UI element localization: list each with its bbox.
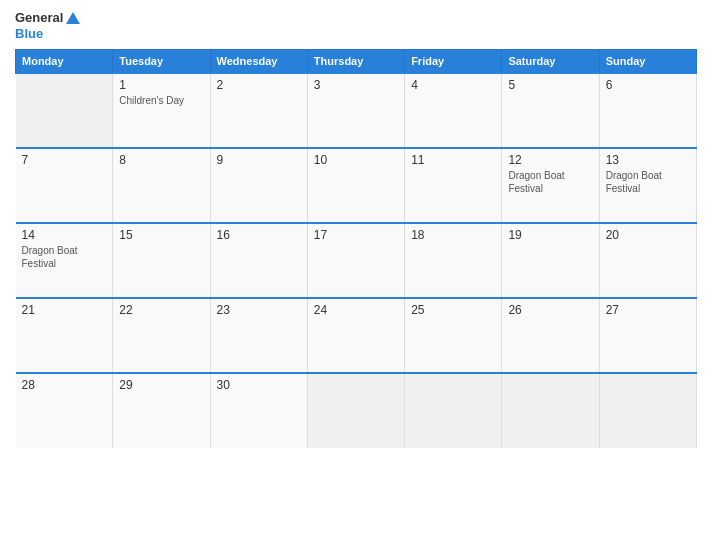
event-label: Children's Day bbox=[119, 95, 184, 106]
calendar-day-cell: 14Dragon Boat Festival bbox=[16, 223, 113, 298]
calendar-day-cell: 17 bbox=[307, 223, 404, 298]
calendar-week-row: 1Children's Day23456 bbox=[16, 73, 697, 148]
day-number: 18 bbox=[411, 228, 495, 242]
weekday-header-cell: Sunday bbox=[599, 50, 696, 74]
logo-blue-text: Blue bbox=[15, 26, 81, 42]
calendar-day-cell: 30 bbox=[210, 373, 307, 448]
calendar-day-cell: 12Dragon Boat Festival bbox=[502, 148, 599, 223]
calendar-day-cell: 18 bbox=[405, 223, 502, 298]
logo: General Blue bbox=[15, 10, 81, 41]
day-number: 25 bbox=[411, 303, 495, 317]
day-number: 29 bbox=[119, 378, 203, 392]
calendar-week-row: 282930 bbox=[16, 373, 697, 448]
calendar-day-cell bbox=[16, 73, 113, 148]
weekday-header-cell: Thursday bbox=[307, 50, 404, 74]
calendar-day-cell: 19 bbox=[502, 223, 599, 298]
day-number: 5 bbox=[508, 78, 592, 92]
calendar-table: MondayTuesdayWednesdayThursdayFridaySatu… bbox=[15, 49, 697, 448]
day-number: 14 bbox=[22, 228, 107, 242]
day-number: 28 bbox=[22, 378, 107, 392]
day-number: 16 bbox=[217, 228, 301, 242]
logo-triangle-icon bbox=[65, 11, 81, 25]
weekday-header-cell: Monday bbox=[16, 50, 113, 74]
event-label: Dragon Boat Festival bbox=[606, 170, 662, 194]
calendar-day-cell: 25 bbox=[405, 298, 502, 373]
calendar-day-cell: 2 bbox=[210, 73, 307, 148]
day-number: 22 bbox=[119, 303, 203, 317]
calendar-week-row: 14Dragon Boat Festival151617181920 bbox=[16, 223, 697, 298]
calendar-day-cell: 22 bbox=[113, 298, 210, 373]
day-number: 23 bbox=[217, 303, 301, 317]
event-label: Dragon Boat Festival bbox=[508, 170, 564, 194]
day-number: 12 bbox=[508, 153, 592, 167]
weekday-header-cell: Tuesday bbox=[113, 50, 210, 74]
calendar-day-cell: 1Children's Day bbox=[113, 73, 210, 148]
calendar-day-cell: 28 bbox=[16, 373, 113, 448]
calendar-page: General Blue MondayTuesdayWednesdayThurs… bbox=[0, 0, 712, 550]
day-number: 19 bbox=[508, 228, 592, 242]
weekday-header: MondayTuesdayWednesdayThursdayFridaySatu… bbox=[16, 50, 697, 74]
svg-marker-0 bbox=[66, 12, 80, 24]
calendar-day-cell: 15 bbox=[113, 223, 210, 298]
calendar-day-cell: 7 bbox=[16, 148, 113, 223]
calendar-day-cell: 10 bbox=[307, 148, 404, 223]
calendar-week-row: 21222324252627 bbox=[16, 298, 697, 373]
calendar-day-cell: 27 bbox=[599, 298, 696, 373]
calendar-day-cell bbox=[405, 373, 502, 448]
day-number: 30 bbox=[217, 378, 301, 392]
weekday-header-cell: Friday bbox=[405, 50, 502, 74]
calendar-day-cell: 16 bbox=[210, 223, 307, 298]
calendar-day-cell: 23 bbox=[210, 298, 307, 373]
calendar-day-cell bbox=[502, 373, 599, 448]
day-number: 26 bbox=[508, 303, 592, 317]
calendar-day-cell: 4 bbox=[405, 73, 502, 148]
calendar-day-cell: 11 bbox=[405, 148, 502, 223]
event-label: Dragon Boat Festival bbox=[22, 245, 78, 269]
day-number: 1 bbox=[119, 78, 203, 92]
day-number: 8 bbox=[119, 153, 203, 167]
logo-general-text: General bbox=[15, 10, 63, 26]
calendar-day-cell bbox=[307, 373, 404, 448]
day-number: 17 bbox=[314, 228, 398, 242]
calendar-day-cell: 9 bbox=[210, 148, 307, 223]
calendar-day-cell: 3 bbox=[307, 73, 404, 148]
day-number: 13 bbox=[606, 153, 690, 167]
day-number: 15 bbox=[119, 228, 203, 242]
day-number: 7 bbox=[22, 153, 107, 167]
calendar-day-cell bbox=[599, 373, 696, 448]
day-number: 11 bbox=[411, 153, 495, 167]
weekday-header-cell: Saturday bbox=[502, 50, 599, 74]
calendar-day-cell: 26 bbox=[502, 298, 599, 373]
calendar-day-cell: 29 bbox=[113, 373, 210, 448]
day-number: 21 bbox=[22, 303, 107, 317]
day-number: 20 bbox=[606, 228, 690, 242]
calendar-header-row: MondayTuesdayWednesdayThursdayFridaySatu… bbox=[16, 50, 697, 74]
day-number: 6 bbox=[606, 78, 690, 92]
calendar-header: General Blue bbox=[15, 10, 697, 41]
calendar-day-cell: 20 bbox=[599, 223, 696, 298]
day-number: 27 bbox=[606, 303, 690, 317]
day-number: 24 bbox=[314, 303, 398, 317]
calendar-body: 1Children's Day23456789101112Dragon Boat… bbox=[16, 73, 697, 448]
day-number: 9 bbox=[217, 153, 301, 167]
calendar-day-cell: 13Dragon Boat Festival bbox=[599, 148, 696, 223]
day-number: 3 bbox=[314, 78, 398, 92]
day-number: 4 bbox=[411, 78, 495, 92]
day-number: 2 bbox=[217, 78, 301, 92]
weekday-header-cell: Wednesday bbox=[210, 50, 307, 74]
calendar-day-cell: 24 bbox=[307, 298, 404, 373]
calendar-day-cell: 8 bbox=[113, 148, 210, 223]
calendar-week-row: 789101112Dragon Boat Festival13Dragon Bo… bbox=[16, 148, 697, 223]
calendar-day-cell: 5 bbox=[502, 73, 599, 148]
calendar-day-cell: 6 bbox=[599, 73, 696, 148]
calendar-day-cell: 21 bbox=[16, 298, 113, 373]
day-number: 10 bbox=[314, 153, 398, 167]
